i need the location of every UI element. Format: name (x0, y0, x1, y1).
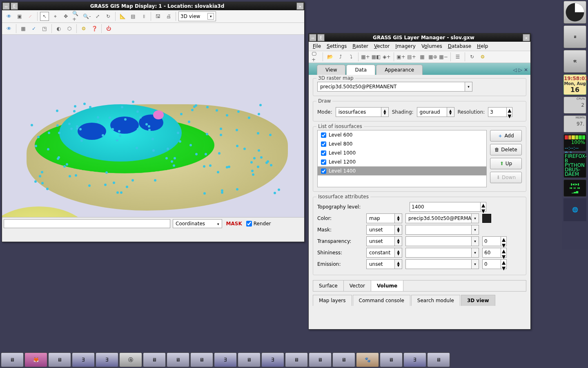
add-overlay-icon[interactable]: ▤+ (407, 52, 416, 61)
task-item[interactable]: 🖥 (309, 352, 332, 367)
help-icon[interactable]: ❓ (90, 24, 99, 33)
task-item[interactable]: 🦊 (24, 352, 47, 367)
emission-spinner[interactable]: 0▲▼ (482, 259, 507, 269)
isosurface-list[interactable]: Level 600 Level 800 Level 1000 Level 120… (317, 130, 487, 187)
erase-icon[interactable]: ⟋ (26, 12, 35, 21)
resolution-spinner[interactable]: 3 ▲▼ (488, 107, 512, 117)
add-raster-icon[interactable]: ▦+ (361, 52, 370, 61)
tab-map-layers[interactable]: Map layers (313, 295, 352, 306)
shininess-spinner[interactable]: 60▲▼ (482, 248, 507, 258)
task-item[interactable]: 🖥 (190, 352, 213, 367)
menu-database[interactable]: Database (448, 43, 471, 49)
transparency-spinner[interactable]: 0▲▼ (482, 236, 507, 246)
dock-pager-icon[interactable] (564, 1, 586, 24)
lm-refresh-icon[interactable]: ↻ (468, 52, 477, 61)
new-display-icon[interactable]: 🖵+ (311, 52, 320, 61)
move-up-button[interactable]: ⬆Up (490, 158, 522, 169)
shininess-mode-select[interactable]: constant▲▼ (366, 248, 402, 258)
volume-mode-icon[interactable]: ◳ (40, 24, 49, 33)
workspace-open-icon[interactable]: 📂 (325, 52, 334, 61)
tab-vector[interactable]: Vector (344, 280, 371, 291)
eye-icon[interactable]: 👁 (4, 12, 13, 21)
render-region-icon[interactable]: ▣ (15, 12, 24, 21)
add-labels-icon[interactable]: ▦⊕ (428, 52, 437, 61)
iso-item-check[interactable] (321, 132, 326, 138)
settings-icon[interactable]: ⚙ (79, 24, 88, 33)
task-item[interactable]: 🖥 (238, 352, 261, 367)
transparency-map-select[interactable] (405, 236, 479, 246)
move-down-button[interactable]: ⬇Down (490, 172, 522, 183)
iso-item-check[interactable] (321, 150, 326, 156)
iso-item-check[interactable] (321, 168, 326, 174)
window-menu-button[interactable]: ▭ (2, 2, 10, 10)
tab-volume[interactable]: Volume (371, 280, 403, 291)
color-map-select[interactable]: precip3d.500z50@PERMANENT (405, 213, 479, 223)
print-icon[interactable]: 🖨 (164, 12, 173, 21)
draw-mode-select[interactable]: isosurfaces ▲▼ (336, 107, 389, 117)
iso-item-check[interactable] (321, 159, 326, 165)
save-image-icon[interactable]: 🖫 (154, 12, 163, 21)
emission-mode-select[interactable]: unset▲▼ (366, 259, 402, 269)
window-menu-button[interactable]: ▭ (309, 34, 316, 41)
delete-isosurface-button[interactable]: 🗑Delete (490, 144, 522, 155)
vector-mode-icon[interactable]: ✓ (29, 24, 38, 33)
surface-mode-icon[interactable]: ▦ (19, 24, 28, 33)
analyze-icon[interactable]: 📐 (118, 12, 127, 21)
color-swatch[interactable] (482, 214, 491, 223)
tab-scroll-left-icon[interactable]: ◁ (513, 67, 517, 73)
add-raster-multi-icon[interactable]: ▦◧ (372, 52, 381, 61)
overlay-icon[interactable]: ▤ (129, 12, 138, 21)
iso-item[interactable]: Level 1200 (318, 157, 486, 166)
power-icon[interactable]: ⏻ (104, 24, 113, 33)
window-shade-button[interactable]: E (317, 34, 325, 41)
task-item[interactable]: Ǝ (403, 352, 426, 367)
lm-titlebar[interactable]: ▭ E GRASS GIS Layer Manager - slov.gxw ✕ (309, 34, 530, 42)
color-mode-select[interactable]: map▲▼ (366, 213, 402, 223)
view-mode-select[interactable]: 3D view (178, 11, 216, 21)
light-icon[interactable]: ◐ (54, 24, 63, 33)
zoom-out-icon[interactable]: 🔍- (82, 12, 91, 21)
shininess-map-select[interactable] (405, 248, 479, 258)
workspace-saveas-icon[interactable]: ⤵ (347, 52, 356, 61)
dock-tools-icon[interactable]: 🛠 (564, 50, 586, 73)
task-item[interactable]: Ǝ (72, 352, 95, 367)
tab-search-module[interactable]: Search module (411, 295, 460, 306)
task-item[interactable]: 🖥 (167, 352, 189, 367)
add-vector-icon[interactable]: ◈+ (382, 52, 391, 61)
attribute-table-icon[interactable]: ☰ (453, 52, 462, 61)
eye2-icon[interactable]: 👁 (4, 24, 13, 33)
menu-raster[interactable]: Raster (352, 43, 368, 49)
emission-map-select[interactable] (405, 259, 479, 269)
task-item[interactable]: 🖥 (1, 352, 24, 367)
tab-3d-view[interactable]: 3D view (461, 295, 495, 306)
mask-mode-select[interactable]: unset▲▼ (366, 225, 402, 235)
task-item[interactable]: 🖥 (285, 352, 308, 367)
task-item[interactable]: ⓐ (119, 352, 142, 367)
zoom-extent-icon[interactable]: ⤢ (93, 12, 102, 21)
close-button[interactable]: ✕ (296, 2, 304, 10)
zoom-in-icon[interactable]: 🔍+ (72, 12, 81, 21)
iso-item-selected[interactable]: Level 1400 (318, 166, 486, 175)
add-group-icon[interactable]: ▣+ (396, 52, 405, 61)
pointer-icon[interactable]: ↖ (40, 12, 49, 21)
dock-monitor-icon[interactable]: 🖥 (564, 25, 586, 48)
render-checkbox[interactable]: Render (246, 221, 271, 227)
task-item[interactable]: Ǝ (214, 352, 237, 367)
tab-appearance[interactable]: Appearance (376, 65, 423, 75)
coord-mode-select[interactable]: Coordinates (173, 219, 222, 228)
status-input[interactable] (4, 219, 170, 228)
render-checkbox-input[interactable] (246, 221, 252, 227)
task-item[interactable]: 🖥 (332, 352, 355, 367)
iso-item[interactable]: Level 600 (318, 130, 486, 139)
tab-scroll-right-icon[interactable]: ▷ (519, 67, 522, 73)
task-item[interactable]: 🖥 (427, 352, 450, 367)
draw-shading-select[interactable]: gouraud ▲▼ (417, 107, 454, 117)
task-item[interactable]: 🖥 (143, 352, 166, 367)
tab-command-console[interactable]: Command console (353, 295, 410, 306)
task-item[interactable]: 🖥 (380, 352, 403, 367)
menu-help[interactable]: Help (477, 43, 488, 49)
task-item[interactable]: 🐾 (356, 352, 379, 367)
task-item[interactable]: Ǝ (261, 352, 284, 367)
menu-imagery[interactable]: Imagery (395, 43, 416, 49)
task-item[interactable]: Ǝ (96, 352, 118, 367)
